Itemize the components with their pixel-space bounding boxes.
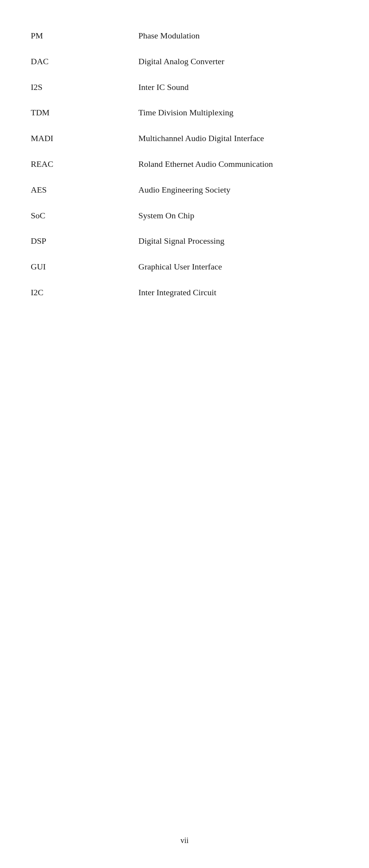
table-row: DSPDigital Signal Processing bbox=[31, 228, 338, 254]
abbreviation-definition: Graphical User Interface bbox=[138, 254, 338, 280]
abbreviation-definition: Roland Ethernet Audio Communication bbox=[138, 151, 338, 177]
abbreviation-definition: Digital Signal Processing bbox=[138, 228, 338, 254]
abbreviation-term: SoC bbox=[31, 203, 138, 229]
abbreviation-definition: Inter Integrated Circuit bbox=[138, 280, 338, 306]
abbreviation-term: GUI bbox=[31, 254, 138, 280]
abbreviation-definition: System On Chip bbox=[138, 203, 338, 229]
abbreviation-term: I2C bbox=[31, 280, 138, 306]
page-footer: vii bbox=[0, 836, 369, 845]
abbreviation-term: TDM bbox=[31, 100, 138, 126]
abbreviation-definition: Digital Analog Converter bbox=[138, 49, 338, 75]
abbreviation-definition: Multichannel Audio Digital Interface bbox=[138, 126, 338, 151]
abbreviation-term: AES bbox=[31, 177, 138, 203]
abbreviation-term: DSP bbox=[31, 228, 138, 254]
table-row: GUIGraphical User Interface bbox=[31, 254, 338, 280]
abbreviation-term: PM bbox=[31, 23, 138, 49]
abbreviation-definition: Inter IC Sound bbox=[138, 75, 338, 100]
abbreviation-term: DAC bbox=[31, 49, 138, 75]
table-row: DACDigital Analog Converter bbox=[31, 49, 338, 75]
abbreviation-term: REAC bbox=[31, 151, 138, 177]
abbreviation-definition: Time Division Multiplexing bbox=[138, 100, 338, 126]
table-row: TDMTime Division Multiplexing bbox=[31, 100, 338, 126]
table-row: I2CInter Integrated Circuit bbox=[31, 280, 338, 306]
abbreviation-definition: Audio Engineering Society bbox=[138, 177, 338, 203]
table-row: AESAudio Engineering Society bbox=[31, 177, 338, 203]
table-row: SoCSystem On Chip bbox=[31, 203, 338, 229]
table-row: MADIMultichannel Audio Digital Interface bbox=[31, 126, 338, 151]
abbreviation-table: PMPhase ModulationDACDigital Analog Conv… bbox=[31, 23, 338, 306]
abbreviation-definition: Phase Modulation bbox=[138, 23, 338, 49]
abbreviation-term: I2S bbox=[31, 75, 138, 100]
table-row: PMPhase Modulation bbox=[31, 23, 338, 49]
page-content: PMPhase ModulationDACDigital Analog Conv… bbox=[0, 0, 369, 336]
abbreviation-term: MADI bbox=[31, 126, 138, 151]
page-number: vii bbox=[180, 836, 188, 845]
table-row: REACRoland Ethernet Audio Communication bbox=[31, 151, 338, 177]
table-row: I2SInter IC Sound bbox=[31, 75, 338, 100]
